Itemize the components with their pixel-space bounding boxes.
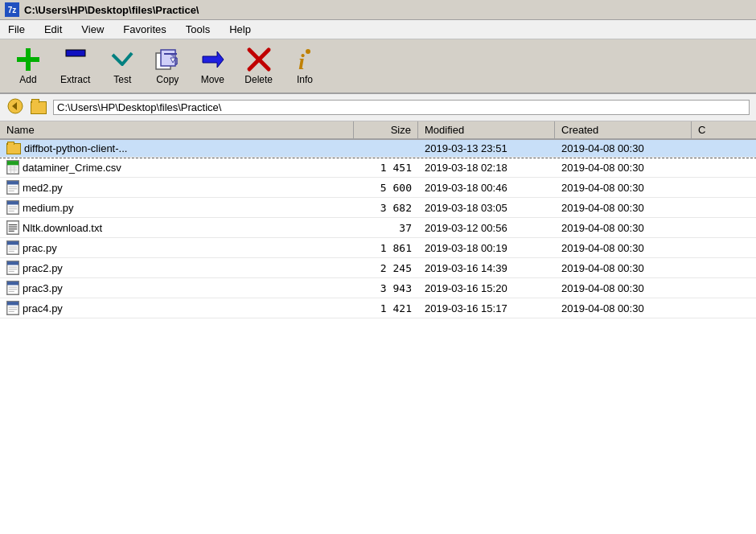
file-modified: 2019-03-18 02:18	[425, 162, 507, 174]
file-name: dataminer_Crime.csv	[23, 162, 121, 174]
delete-button[interactable]: Delete	[236, 43, 281, 89]
file-modified: 2019-03-16 14:39	[425, 262, 507, 274]
svg-rect-1	[17, 57, 39, 62]
file-created: 2019-04-08 00:30	[561, 262, 644, 274]
file-size: 3 943	[380, 282, 412, 294]
py-icon	[6, 281, 19, 295]
extract-label: Extract	[60, 74, 90, 85]
add-icon	[15, 47, 41, 72]
copy-label: Copy	[156, 74, 179, 85]
table-row[interactable]: medium.py 3 682 2019-03-18 03:05 2019-04…	[0, 198, 756, 218]
add-button[interactable]: Add	[6, 43, 50, 89]
address-text[interactable]: C:\Users\HP\Desktop\files\Practice\	[53, 100, 750, 115]
py-icon	[6, 261, 19, 275]
file-created-cell: 2019-04-08 00:30	[555, 238, 692, 257]
toolbar: Add Extract Test	[0, 39, 756, 94]
file-name-cell: medium.py	[0, 198, 354, 217]
file-size: 1 451	[380, 162, 412, 174]
file-modified: 2019-03-18 03:05	[425, 202, 507, 214]
file-modified: 2019-03-18 00:19	[425, 242, 507, 254]
file-rows: diffbot-python-client-... 2019-03-13 23:…	[0, 140, 756, 318]
address-bar: C:\Users\HP\Desktop\files\Practice\	[0, 94, 756, 121]
svg-rect-7	[164, 53, 177, 55]
table-row[interactable]: diffbot-python-client-... 2019-03-13 23:…	[0, 140, 756, 158]
header-c[interactable]: C	[692, 121, 756, 138]
header-created[interactable]: Created	[555, 121, 692, 138]
table-row[interactable]: prac3.py 3 943 2019-03-16 15:20 2019-04-…	[0, 278, 756, 298]
file-attr-cell	[692, 178, 756, 197]
move-icon	[199, 47, 225, 72]
file-name-cell: Nltk.download.txt	[0, 218, 354, 237]
file-name: prac.py	[23, 242, 57, 254]
file-name: prac3.py	[23, 282, 63, 294]
file-list-container: Name Size Modified Created C diffbot-pyt…	[0, 121, 756, 534]
test-button[interactable]: Test	[101, 43, 144, 89]
file-size: 5 600	[380, 182, 412, 194]
file-name: med2.py	[23, 182, 63, 194]
move-button[interactable]: Move	[191, 43, 234, 89]
file-modified-cell: 2019-03-18 00:19	[418, 238, 555, 257]
menu-edit[interactable]: Edit	[41, 22, 65, 37]
file-created: 2019-04-08 00:30	[561, 222, 644, 234]
file-created: 2019-04-08 00:30	[561, 202, 644, 214]
svg-text:i: i	[298, 49, 305, 72]
svg-rect-33	[7, 201, 18, 204]
file-modified-cell: 2019-03-16 15:17	[418, 298, 555, 318]
file-modified-cell: 2019-03-18 00:46	[418, 178, 555, 197]
title-path: C:\Users\HP\Desktop\files\Practice\	[24, 4, 199, 16]
py-icon	[6, 240, 19, 255]
copy-icon	[154, 47, 180, 72]
title-bar: 7z C:\Users\HP\Desktop\files\Practice\	[0, 0, 756, 20]
file-name-cell: prac.py	[0, 238, 354, 257]
header-name[interactable]: Name	[0, 121, 354, 138]
file-created-cell: 2019-04-08 00:30	[555, 278, 692, 298]
file-created: 2019-04-08 00:30	[561, 142, 644, 154]
copy-button[interactable]: Copy	[146, 43, 189, 89]
header-size[interactable]: Size	[354, 121, 418, 138]
py-icon	[6, 200, 19, 215]
file-size-cell: 1 421	[354, 298, 418, 318]
extract-button[interactable]: Extract	[51, 43, 99, 89]
file-name: medium.py	[23, 202, 74, 214]
move-label: Move	[201, 74, 224, 85]
table-row[interactable]: med2.py 5 600 2019-03-18 00:46 2019-04-0…	[0, 178, 756, 198]
file-name-cell: dataminer_Crime.csv	[0, 158, 354, 177]
table-row[interactable]: prac2.py 2 245 2019-03-16 14:39 2019-04-…	[0, 258, 756, 278]
file-created-cell: 2019-04-08 00:30	[555, 178, 692, 197]
py-icon	[6, 180, 19, 195]
menu-help[interactable]: Help	[226, 22, 254, 37]
menu-view[interactable]: View	[78, 22, 107, 37]
file-modified: 2019-03-12 00:56	[425, 222, 507, 234]
info-button[interactable]: i Info	[283, 43, 327, 89]
file-created: 2019-04-08 00:30	[561, 242, 644, 254]
file-created: 2019-04-08 00:30	[561, 282, 644, 294]
file-created-cell: 2019-04-08 00:30	[555, 258, 692, 277]
header-modified[interactable]: Modified	[418, 121, 555, 138]
file-name: diffbot-python-client-...	[24, 142, 127, 154]
svg-rect-2	[66, 50, 85, 56]
file-size-cell: 5 600	[354, 178, 418, 197]
menu-tools[interactable]: Tools	[183, 22, 213, 37]
menu-bar: File Edit View Favorites Tools Help	[0, 20, 756, 39]
file-size: 3 682	[380, 202, 412, 214]
svg-rect-48	[7, 261, 18, 265]
file-attr-cell	[692, 258, 756, 277]
file-modified: 2019-03-16 15:17	[425, 302, 507, 314]
file-created-cell: 2019-04-08 00:30	[555, 198, 692, 217]
menu-file[interactable]: File	[5, 22, 28, 37]
address-folder-icon	[31, 101, 47, 114]
file-size: 37	[399, 222, 412, 234]
menu-favorites[interactable]: Favorites	[120, 22, 169, 37]
nav-back-icon[interactable]	[6, 97, 24, 117]
file-created-cell: 2019-04-08 00:30	[555, 298, 692, 318]
test-icon	[109, 47, 135, 72]
svg-rect-37	[7, 221, 18, 234]
file-size: 1 861	[380, 242, 412, 254]
py-icon	[6, 301, 19, 315]
file-created: 2019-04-08 00:30	[561, 302, 644, 314]
table-row[interactable]: Nltk.download.txt 37 2019-03-12 00:56 20…	[0, 218, 756, 238]
table-row[interactable]: prac4.py 1 421 2019-03-16 15:17 2019-04-…	[0, 298, 756, 318]
svg-rect-20	[7, 161, 18, 165]
table-row[interactable]: dataminer_Crime.csv 1 451 2019-03-18 02:…	[0, 158, 756, 178]
table-row[interactable]: prac.py 1 861 2019-03-18 00:19 2019-04-0…	[0, 238, 756, 258]
